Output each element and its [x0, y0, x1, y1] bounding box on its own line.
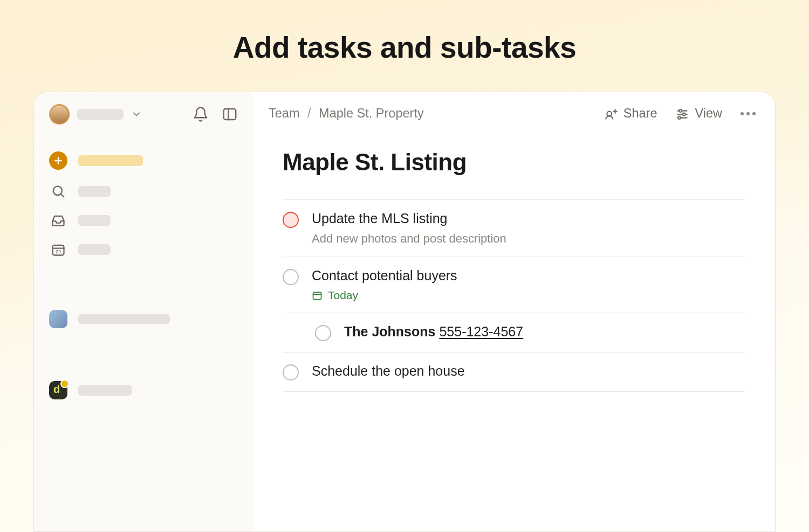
inbox-icon [49, 213, 67, 228]
sidebar-project-item[interactable] [49, 310, 241, 328]
breadcrumb[interactable]: Team / Maple St. Property [269, 106, 424, 121]
topbar: Team / Maple St. Property Share View [252, 92, 775, 121]
view-button[interactable]: View [675, 106, 722, 121]
view-label: View [695, 106, 722, 121]
panel-toggle-icon[interactable] [222, 106, 238, 122]
bell-icon[interactable] [193, 106, 209, 122]
sidebar-label-placeholder [78, 314, 170, 324]
calendar-small-icon [312, 290, 323, 301]
sidebar-item-add[interactable] [49, 151, 241, 170]
task-checkbox[interactable] [283, 269, 299, 285]
breadcrumb-current[interactable]: Maple St. Property [319, 106, 424, 120]
share-icon [604, 107, 618, 121]
hero-title: Add tasks and sub-tasks [0, 0, 809, 65]
sidebar-label-placeholder [78, 186, 111, 197]
svg-line-5 [61, 194, 64, 197]
task-row[interactable]: Contact potential buyers Today [283, 257, 745, 313]
subtask-title: The Johnsons 555-123-4567 [344, 324, 523, 340]
sidebar-item-calendar[interactable]: 21 [49, 242, 241, 257]
sidebar-item-search[interactable] [49, 184, 241, 199]
breadcrumb-separator: / [307, 106, 311, 120]
svg-text:21: 21 [56, 249, 61, 254]
svg-point-17 [678, 116, 681, 119]
calendar-icon: 21 [49, 242, 67, 257]
sidebar-nav: 21 d [46, 151, 241, 399]
svg-rect-0 [224, 109, 236, 120]
svg-rect-18 [313, 292, 321, 299]
task-row[interactable]: Update the MLS listing Add new photos an… [283, 200, 745, 257]
sidebar-label-placeholder [78, 155, 143, 166]
chevron-down-icon[interactable] [131, 109, 142, 120]
sidebar-label-placeholder [78, 215, 111, 226]
task-row[interactable]: Schedule the open house [283, 353, 745, 392]
content: Maple St. Listing Update the MLS listing… [252, 121, 775, 392]
search-icon [49, 184, 67, 199]
app-icon: d [49, 381, 67, 399]
task-title: Schedule the open house [312, 363, 465, 379]
app-window: 21 d Team / Maple St. Property [33, 92, 776, 532]
workspace-avatar[interactable] [49, 104, 70, 125]
breadcrumb-parent[interactable]: Team [269, 106, 299, 120]
task-title: Contact potential buyers [312, 268, 457, 284]
task-checkbox[interactable] [283, 212, 299, 228]
sidebar-app-item[interactable]: d [49, 381, 241, 399]
svg-point-15 [683, 113, 685, 115]
svg-point-13 [680, 109, 682, 112]
sidebar-header [46, 104, 241, 125]
page-title: Maple St. Listing [283, 149, 745, 176]
sidebar-label-placeholder [78, 244, 111, 255]
sliders-icon [675, 107, 689, 121]
more-button[interactable] [741, 112, 756, 115]
plus-icon [49, 151, 67, 170]
main-panel: Team / Maple St. Property Share View [252, 92, 775, 531]
sidebar: 21 d [34, 92, 252, 531]
share-label: Share [623, 106, 657, 121]
svg-point-9 [607, 111, 612, 116]
phone-link[interactable]: 555-123-4567 [439, 324, 523, 339]
sidebar-item-inbox[interactable] [49, 213, 241, 228]
subtask-row[interactable]: The Johnsons 555-123-4567 [283, 313, 745, 353]
workspace-name-placeholder [77, 109, 124, 120]
share-button[interactable]: Share [604, 106, 657, 121]
project-avatar [49, 310, 67, 328]
task-list: Update the MLS listing Add new photos an… [283, 199, 745, 392]
task-title: Update the MLS listing [312, 211, 506, 226]
due-label: Today [328, 289, 358, 302]
task-due-date[interactable]: Today [312, 289, 457, 302]
toolbar-actions: Share View [604, 106, 756, 121]
sidebar-label-placeholder [78, 385, 132, 396]
task-checkbox[interactable] [283, 364, 299, 381]
task-checkbox[interactable] [315, 325, 331, 341]
task-description: Add new photos and post description [312, 232, 506, 246]
